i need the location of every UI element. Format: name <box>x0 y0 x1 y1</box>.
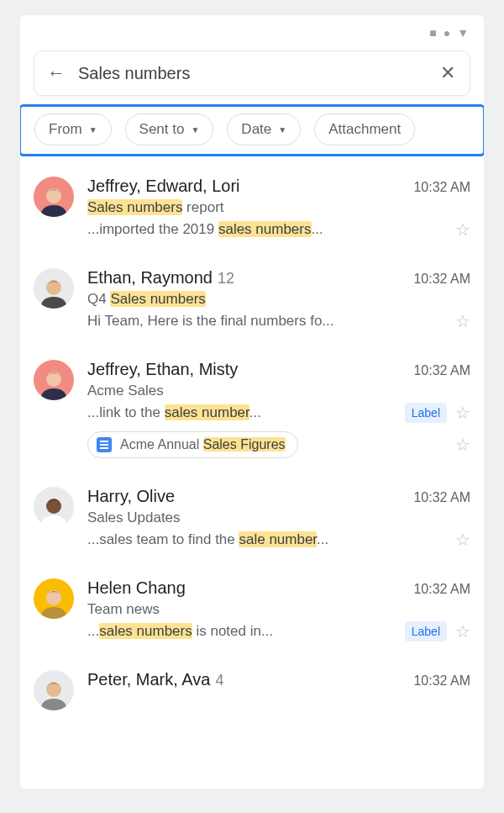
email-content: Jeffrey, Edward, Lori 10:32 AM Sales num… <box>87 177 470 240</box>
chip-attachment[interactable]: Attachment <box>314 114 415 145</box>
clear-search-icon[interactable]: ✕ <box>438 62 458 84</box>
svg-point-2 <box>46 372 61 387</box>
highlight: Sales Figures <box>203 437 286 451</box>
circle-icon: ● <box>444 27 450 39</box>
star-icon[interactable]: ☆ <box>455 435 470 455</box>
label-badge[interactable]: Label <box>405 403 447 423</box>
email-sender: Jeffrey, Ethan, Misty <box>87 360 238 379</box>
email-content: Helen Chang 10:32 AM Team news ...sales … <box>87 578 470 641</box>
square-icon: ■ <box>429 27 436 39</box>
chevron-down-icon: ▼ <box>278 125 286 135</box>
email-subject: Sales Updates <box>87 509 470 526</box>
status-icons: ■ ● ▼ <box>20 15 484 39</box>
email-subject: Acme Sales <box>87 383 470 399</box>
email-time: 10:32 AM <box>413 490 470 505</box>
avatar[interactable] <box>34 487 74 527</box>
chip-from[interactable]: From ▼ <box>34 114 112 145</box>
svg-point-3 <box>46 499 61 514</box>
star-icon[interactable]: ☆ <box>455 311 470 331</box>
email-content: Jeffrey, Ethan, Misty 10:32 AM Acme Sale… <box>87 360 470 458</box>
email-time: 10:32 AM <box>413 180 470 195</box>
star-icon[interactable]: ☆ <box>455 219 470 240</box>
label-badge[interactable]: Label <box>405 621 447 641</box>
email-list: Jeffrey, Edward, Lori 10:32 AM Sales num… <box>20 156 484 726</box>
email-content: Ethan, Raymond12 10:32 AM Q4 Sales numbe… <box>87 268 470 331</box>
highlight: sales numbers <box>99 623 192 639</box>
email-row[interactable]: Ethan, Raymond12 10:32 AM Q4 Sales numbe… <box>20 255 484 346</box>
email-time: 10:32 AM <box>413 582 470 597</box>
email-sender: Helen Chang <box>87 578 186 598</box>
back-arrow-icon[interactable]: ← <box>46 62 66 84</box>
email-content: Peter, Mark, Ava4 10:32 AM <box>87 670 470 710</box>
document-icon <box>97 437 112 452</box>
search-input[interactable]: Sales numbers <box>78 64 426 83</box>
highlight: sales number <box>165 404 249 420</box>
highlight: Sales numbers <box>87 199 182 215</box>
star-icon[interactable]: ☆ <box>455 530 470 550</box>
email-time: 10:32 AM <box>413 272 470 287</box>
app-frame: ■ ● ▼ ← Sales numbers ✕ From ▼ Sent to ▼… <box>20 15 484 789</box>
email-row[interactable]: Harry, Olive 10:32 AM Sales Updates ...s… <box>20 473 484 565</box>
email-subject: Sales numbers report <box>87 199 470 216</box>
email-row[interactable]: Jeffrey, Ethan, Misty 10:32 AM Acme Sale… <box>20 346 484 473</box>
email-time: 10:32 AM <box>413 363 470 378</box>
star-icon[interactable]: ☆ <box>455 621 470 641</box>
avatar[interactable] <box>34 268 74 309</box>
email-subject: Team news <box>87 601 470 618</box>
avatar[interactable] <box>34 670 74 710</box>
highlight: Sales numbers <box>110 291 205 307</box>
avatar[interactable] <box>34 177 74 217</box>
email-sender: Ethan, Raymond12 <box>87 268 234 288</box>
avatar[interactable] <box>34 578 74 619</box>
filter-chips-highlight: From ▼ Sent to ▼ Date ▼ Attachment <box>20 104 484 156</box>
email-content: Harry, Olive 10:32 AM Sales Updates ...s… <box>87 487 470 550</box>
thread-count: 12 <box>218 270 234 287</box>
star-icon[interactable]: ☆ <box>455 403 470 423</box>
svg-point-0 <box>46 188 61 203</box>
email-subject: Q4 Sales numbers <box>87 291 470 308</box>
svg-point-5 <box>46 682 61 697</box>
email-sender: Harry, Olive <box>87 487 175 506</box>
chip-sent-to-label: Sent to <box>139 121 185 138</box>
email-row[interactable]: Peter, Mark, Ava4 10:32 AM <box>20 657 484 726</box>
email-snippet: ...link to the sales number... <box>87 404 396 421</box>
chevron-down-icon: ▼ <box>191 125 199 135</box>
triangle-down-icon: ▼ <box>457 27 469 39</box>
email-sender: Peter, Mark, Ava4 <box>87 670 223 689</box>
email-snippet: ...sales team to find the sale number... <box>87 531 447 548</box>
search-bar[interactable]: ← Sales numbers ✕ <box>34 50 470 96</box>
email-row[interactable]: Helen Chang 10:32 AM Team news ...sales … <box>20 565 484 657</box>
filter-chips: From ▼ Sent to ▼ Date ▼ Attachment <box>34 114 483 145</box>
chip-date-label: Date <box>241 121 271 138</box>
avatar[interactable] <box>34 360 74 400</box>
attachment-name: Acme Annual Sales Figures <box>120 437 286 452</box>
chip-sent-to[interactable]: Sent to ▼ <box>125 114 214 145</box>
highlight: sales numbers <box>218 221 312 237</box>
svg-point-1 <box>46 280 61 295</box>
chip-date[interactable]: Date ▼ <box>227 114 301 145</box>
chevron-down-icon: ▼ <box>89 125 97 135</box>
email-row[interactable]: Jeffrey, Edward, Lori 10:32 AM Sales num… <box>20 163 484 255</box>
chip-from-label: From <box>49 121 82 138</box>
email-snippet: Hi Team, Here is the final numbers fo... <box>87 313 447 330</box>
email-snippet: ...imported the 2019 sales numbers... <box>87 221 447 238</box>
email-sender: Jeffrey, Edward, Lori <box>87 177 240 196</box>
attachment-chip[interactable]: Acme Annual Sales Figures <box>87 431 298 458</box>
thread-count: 4 <box>215 672 223 689</box>
chip-attachment-label: Attachment <box>328 121 401 138</box>
highlight: sale number <box>239 531 317 547</box>
email-time: 10:32 AM <box>413 673 470 689</box>
email-snippet: ...sales numbers is noted in... <box>87 623 396 640</box>
svg-point-4 <box>46 590 61 605</box>
